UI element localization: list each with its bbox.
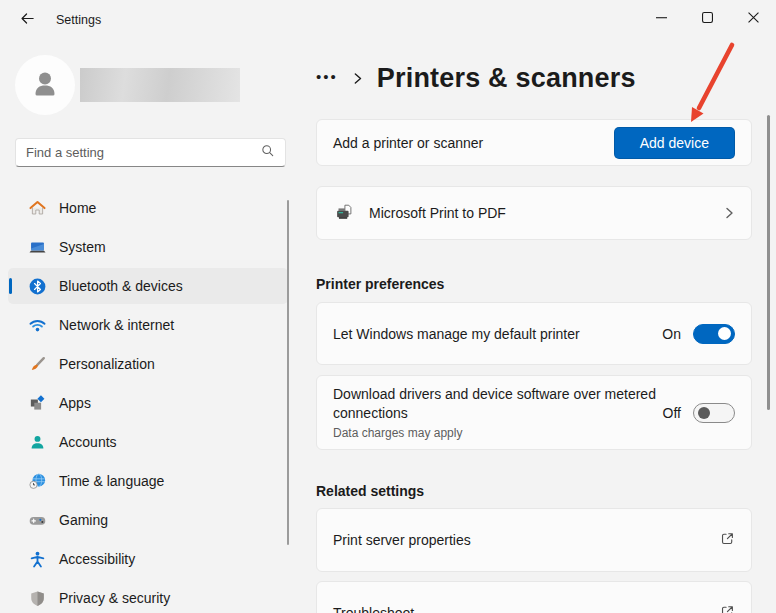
- sidebar-item-system[interactable]: System: [8, 229, 288, 265]
- sidebar: Home System Bluetooth & devices Network …: [0, 40, 300, 613]
- network-icon: [28, 316, 47, 335]
- accessibility-icon: [28, 550, 47, 569]
- sidebar-item-label: Accounts: [59, 434, 117, 450]
- sidebar-item-label: Accessibility: [59, 551, 135, 567]
- sidebar-item-privacy-security[interactable]: Privacy & security: [8, 580, 288, 613]
- titlebar: Settings: [0, 0, 776, 40]
- toggle-state-label: Off: [663, 405, 681, 421]
- personalization-icon: [28, 355, 47, 374]
- printer-device-row[interactable]: Microsoft Print to PDF: [316, 186, 752, 240]
- maximize-button[interactable]: [684, 0, 730, 36]
- minimize-icon: [656, 9, 667, 27]
- sidebar-scrollbar[interactable]: [287, 200, 289, 545]
- sidebar-item-time-language[interactable]: Time & language: [8, 463, 288, 499]
- sidebar-item-label: Personalization: [59, 356, 155, 372]
- sidebar-item-label: Bluetooth & devices: [59, 278, 183, 294]
- toggle-state-label: On: [662, 326, 681, 342]
- chevron-right-icon: [723, 207, 735, 219]
- printer-icon: [333, 202, 355, 224]
- sidebar-item-gaming[interactable]: Gaming: [8, 502, 288, 538]
- sidebar-item-accounts[interactable]: Accounts: [8, 424, 288, 460]
- minimize-button[interactable]: [638, 0, 684, 36]
- add-printer-card: Add a printer or scanner Add device: [316, 119, 752, 166]
- close-icon: [748, 9, 759, 27]
- sidebar-nav: Home System Bluetooth & devices Network …: [8, 190, 288, 613]
- breadcrumb-ellipsis-button[interactable]: •••: [316, 68, 338, 89]
- add-device-button[interactable]: Add device: [614, 127, 735, 159]
- window-controls: [638, 0, 776, 36]
- main-content: ••• Printers & scanners Add a printer or…: [300, 40, 776, 613]
- breadcrumb-chevron-icon: [351, 72, 364, 85]
- search-icon: [261, 144, 275, 162]
- system-icon: [28, 238, 47, 257]
- sidebar-item-accessibility[interactable]: Accessibility: [8, 541, 288, 577]
- close-button[interactable]: [730, 0, 776, 36]
- printer-device-name: Microsoft Print to PDF: [369, 205, 723, 221]
- sidebar-item-home[interactable]: Home: [8, 190, 288, 226]
- gaming-icon: [28, 511, 47, 530]
- metered-connections-text: Download drivers and device software ove…: [333, 385, 663, 440]
- settings-window: { "window": { "title": "Settings" }, "si…: [0, 0, 776, 613]
- home-icon: [28, 199, 47, 218]
- search-box: [15, 138, 286, 167]
- metered-connections-label: Download drivers and device software ove…: [333, 385, 663, 423]
- metered-connections-row: Download drivers and device software ove…: [316, 375, 752, 450]
- apps-icon: [28, 394, 47, 413]
- manage-default-printer-toggle[interactable]: [693, 324, 735, 344]
- metered-connections-toggle[interactable]: [693, 403, 735, 423]
- sidebar-item-bluetooth-devices[interactable]: Bluetooth & devices: [8, 268, 288, 304]
- section-header-printer-preferences: Printer preferences: [316, 276, 752, 292]
- sidebar-item-label: Privacy & security: [59, 590, 170, 606]
- sidebar-item-network-internet[interactable]: Network & internet: [8, 307, 288, 343]
- sidebar-item-label: Apps: [59, 395, 91, 411]
- sidebar-item-apps[interactable]: Apps: [8, 385, 288, 421]
- back-button[interactable]: [10, 5, 44, 35]
- breadcrumb: ••• Printers & scanners: [316, 58, 752, 98]
- external-link-icon: [720, 531, 735, 550]
- main-scrollbar[interactable]: [767, 115, 770, 410]
- print-server-properties-label: Print server properties: [333, 532, 720, 548]
- troubleshoot-label: Troubleshoot: [333, 605, 720, 613]
- page-title: Printers & scanners: [377, 63, 636, 94]
- troubleshoot-row[interactable]: Troubleshoot: [316, 581, 752, 613]
- section-header-related-settings: Related settings: [316, 483, 752, 499]
- toggle-knob: [718, 327, 731, 340]
- accounts-icon: [28, 433, 47, 452]
- user-name-redacted: [80, 68, 240, 102]
- privacy-icon: [28, 589, 47, 608]
- print-server-properties-row[interactable]: Print server properties: [316, 508, 752, 572]
- manage-default-printer-row: Let Windows manage my default printer On: [316, 302, 752, 365]
- window-title: Settings: [56, 13, 101, 27]
- sidebar-item-label: Network & internet: [59, 317, 174, 333]
- maximize-icon: [702, 9, 713, 27]
- person-avatar-icon: [28, 66, 62, 104]
- toggle-knob: [698, 407, 710, 419]
- sidebar-item-label: Home: [59, 200, 96, 216]
- sidebar-item-label: Time & language: [59, 473, 164, 489]
- metered-connections-sublabel: Data charges may apply: [333, 426, 663, 440]
- manage-default-printer-label: Let Windows manage my default printer: [333, 326, 662, 342]
- sidebar-item-label: System: [59, 239, 106, 255]
- external-link-icon: [720, 604, 735, 613]
- search-input[interactable]: [26, 145, 261, 160]
- back-arrow-icon: [20, 11, 35, 30]
- sidebar-item-personalization[interactable]: Personalization: [8, 346, 288, 382]
- user-account-row[interactable]: [15, 55, 240, 115]
- add-printer-label: Add a printer or scanner: [333, 135, 614, 151]
- sidebar-item-label: Gaming: [59, 512, 108, 528]
- bluetooth-icon: [28, 277, 47, 296]
- time-language-icon: [28, 472, 47, 491]
- avatar: [15, 55, 75, 115]
